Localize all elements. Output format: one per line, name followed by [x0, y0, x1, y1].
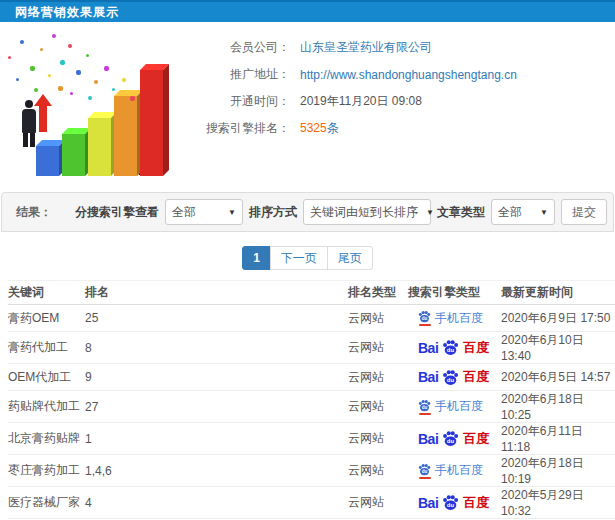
baidu-wordmark: Bai: [418, 369, 438, 385]
svg-text:du: du: [447, 377, 455, 383]
sort-filter-select[interactable]: 关键词由短到长排序 ▼: [303, 199, 431, 225]
promo-url-link[interactable]: http://www.shandonghuangshengtang.cn: [300, 68, 517, 82]
chevron-down-icon: ▼: [228, 208, 236, 217]
rank-type-cell: 云网站: [348, 487, 408, 519]
chevron-down-icon: ▼: [540, 208, 548, 217]
results-label: 结果：: [16, 204, 52, 221]
pagination: 1 下一页 尾页: [0, 246, 615, 270]
mobile-baidu-badge: du 手机百度: [408, 398, 497, 415]
updated-time-cell: 2020年5月29日 10:32: [501, 487, 615, 519]
rank-link[interactable]: 1: [85, 423, 348, 455]
header-engine-type: 搜索引擎类型: [408, 281, 501, 305]
confetti-dot: [60, 60, 65, 65]
confetti-dot: [86, 54, 89, 57]
svg-text:du: du: [447, 438, 455, 444]
article-type-select[interactable]: 全部 ▼: [491, 199, 555, 225]
last-page-button[interactable]: 尾页: [327, 246, 373, 270]
baidu-paw-icon: du: [442, 339, 459, 356]
confetti-dot: [68, 44, 72, 48]
growth-chart-illustration: [0, 26, 185, 188]
rank-link[interactable]: 8: [85, 332, 348, 364]
table-row: 药贴牌代加工27云网站 du 手机百度2020年6月18日 10:25: [8, 391, 615, 423]
confetti-dot: [58, 86, 63, 91]
confetti-dot: [88, 96, 92, 100]
businessman-left-figure: [22, 100, 36, 147]
baidu-logo: Bai du 百度: [408, 368, 497, 386]
engine-type-cell: Bai du 百度: [408, 364, 501, 391]
table-header-row: 关键词 排名 排名类型 搜索引擎类型 最新更新时间: [8, 281, 615, 305]
rank-type-cell: 云网站: [348, 364, 408, 391]
next-page-button[interactable]: 下一页: [270, 246, 328, 270]
info-row-rank-count: 搜索引擎排名： 5325条: [185, 115, 607, 142]
engine-filter-select[interactable]: 全部 ▼: [165, 199, 243, 225]
engine-type-cell: du 手机百度: [408, 455, 501, 487]
account-info-list: 会员公司： 山东皇圣堂药业有限公司 推广地址： http://www.shand…: [185, 34, 607, 142]
rank-link[interactable]: 27: [85, 391, 348, 423]
updated-time-cell: 2020年6月5日 14:57: [501, 364, 615, 391]
confetti-dot: [34, 88, 38, 92]
rank-link[interactable]: 1,4,6: [85, 455, 348, 487]
baidu-paw-icon: du: [418, 399, 431, 412]
header-rank-type: 排名类型: [348, 281, 408, 305]
results-filter-bar: 结果： 分搜索引擎查看 全部 ▼ 排序方式 关键词由短到长排序 ▼ 文章类型 全…: [1, 192, 614, 232]
promo-url-label: 推广地址：: [185, 66, 290, 83]
confetti-dot: [130, 96, 135, 101]
keyword-cell: 医疗器械厂家: [8, 487, 85, 519]
table-row: OEM代加工9云网站 Bai du 百度2020年6月5日 14:57: [8, 364, 615, 391]
rank-link[interactable]: 4: [85, 487, 348, 519]
submit-button[interactable]: 提交: [561, 199, 607, 225]
baidu-logo: Bai du 百度: [408, 494, 497, 512]
page-title: 网络营销效果展示: [15, 4, 119, 21]
keyword-cell: 膏药代加工: [8, 332, 85, 364]
baidu-logo: Bai du 百度: [408, 339, 497, 357]
growth-arrow-icon: [38, 94, 48, 132]
rank-link[interactable]: 25: [85, 305, 348, 332]
confetti-dot: [76, 70, 81, 75]
table-row: 膏药代加工8云网站 Bai du 百度2020年6月10日 13:40: [8, 332, 615, 364]
updated-time-cell: 2020年6月18日 10:19: [501, 455, 615, 487]
baidu-wordmark: Bai: [418, 431, 438, 447]
company-link[interactable]: 山东皇圣堂药业有限公司: [300, 39, 432, 56]
rank-type-cell: 云网站: [348, 332, 408, 364]
open-time-value: 2019年11月20日 09:08: [300, 93, 422, 110]
engine-type-cell: Bai du 百度: [408, 487, 501, 519]
baidu-logo: Bai du 百度: [408, 430, 497, 448]
svg-text:du: du: [422, 469, 428, 474]
chart-bar: [36, 146, 59, 176]
engine-type-cell: Bai du 百度: [408, 423, 501, 455]
updated-time-cell: 2020年6月11日 11:18: [501, 423, 615, 455]
rank-type-cell: 云网站: [348, 423, 408, 455]
baidu-cn-label: 百度: [463, 368, 489, 386]
article-type-value: 全部: [498, 204, 522, 221]
page-1-button[interactable]: 1: [242, 246, 271, 270]
baidu-paw-icon: du: [418, 463, 431, 476]
sort-filter-label: 排序方式: [249, 204, 297, 221]
baidu-cn-label: 百度: [463, 494, 489, 512]
confetti-dot: [40, 48, 43, 51]
engine-filter-label: 分搜索引擎查看: [75, 204, 159, 221]
updated-time-cell: 2020年6月9日 17:50: [501, 305, 615, 332]
company-label: 会员公司：: [185, 39, 290, 56]
confetti-dot: [112, 88, 115, 91]
rank-type-cell: 云网站: [348, 455, 408, 487]
rank-link[interactable]: 9: [85, 364, 348, 391]
svg-text:du: du: [422, 316, 428, 321]
mobile-baidu-icon: du: [418, 463, 431, 479]
confetti-dot: [20, 40, 24, 44]
mobile-baidu-icon: du: [418, 399, 431, 415]
table-row: 医疗器械厂家4云网站 Bai du 百度2020年5月29日 10:32: [8, 487, 615, 519]
header-updated: 最新更新时间: [501, 281, 615, 305]
confetti-dot: [48, 74, 51, 77]
rank-type-cell: 云网站: [348, 305, 408, 332]
confetti-dot: [94, 80, 98, 84]
svg-text:du: du: [422, 405, 428, 410]
confetti-dot: [8, 56, 11, 59]
chart-bar: [140, 70, 163, 176]
confetti-dot: [104, 66, 109, 71]
confetti-dot: [30, 66, 35, 71]
engine-type-cell: Bai du 百度: [408, 332, 501, 364]
mobile-baidu-badge: du 手机百度: [408, 310, 497, 327]
keyword-ranking-table: 关键词 排名 排名类型 搜索引擎类型 最新更新时间 膏药OEM25云网站 du …: [8, 280, 615, 520]
chart-bar: [62, 134, 85, 176]
engine-filter-value: 全部: [172, 204, 196, 221]
